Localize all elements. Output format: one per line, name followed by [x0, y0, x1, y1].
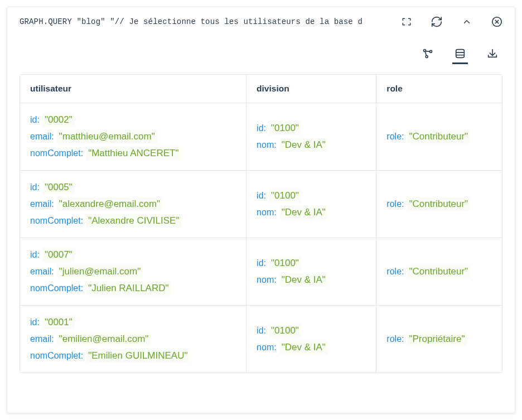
object-value: "Dev & IA" — [279, 206, 328, 219]
key-value-pair: email:"emilien@email.com" — [30, 332, 231, 346]
object-value: "Contributeur" — [407, 197, 470, 211]
object-key: email: — [30, 199, 54, 209]
object-key: id: — [30, 115, 40, 125]
object-value: "0100" — [269, 189, 301, 202]
results-table: utilisateur division role id:"0002"email… — [20, 74, 502, 373]
cell-division: id:"0100"nom:"Dev & IA" — [246, 103, 376, 171]
object-cell: role:"Propriétaire" — [386, 332, 492, 346]
key-value-pair: id:"0100" — [257, 122, 361, 135]
topbar: GRAPH.QUERY "blog" "// Je sélectionne to… — [7, 7, 515, 33]
topbar-actions — [400, 15, 505, 28]
key-value-pair: nomComplet:"Alexandre CIVILISE" — [30, 214, 231, 228]
key-value-pair: nomComplet:"Emilien GUILMINEAU" — [30, 349, 231, 363]
object-value: "Contributeur" — [407, 265, 470, 278]
view-toolbar — [7, 33, 515, 64]
object-key: id: — [30, 182, 40, 192]
object-value: "0100" — [269, 324, 301, 337]
column-header-role[interactable]: role — [376, 75, 502, 103]
object-key: email: — [30, 132, 54, 142]
key-value-pair: role:"Contributeur" — [386, 265, 470, 278]
object-key: id: — [257, 326, 266, 336]
cell-role: role:"Contributeur" — [376, 171, 502, 238]
cell-role: role:"Propriétaire" — [376, 306, 502, 373]
object-key: id: — [257, 191, 266, 201]
object-key: id: — [257, 258, 266, 268]
object-value: "Dev & IA" — [279, 341, 328, 354]
key-value-pair: id:"0100" — [257, 189, 361, 202]
key-value-pair: nom:"Dev & IA" — [257, 273, 361, 287]
table-row: id:"0007"email:"julien@email.com"nomComp… — [20, 238, 502, 306]
key-value-pair: email:"alexandre@email.com" — [30, 197, 231, 211]
object-key: email: — [30, 267, 54, 277]
table-row: id:"0001"email:"emilien@email.com"nomCom… — [20, 306, 502, 373]
object-value: "alexandre@email.com" — [57, 197, 162, 211]
object-key: id: — [30, 317, 40, 327]
object-value: "0007" — [42, 248, 75, 262]
object-key: nomComplet: — [30, 216, 83, 226]
key-value-pair: role:"Propriétaire" — [386, 332, 467, 346]
collapse-icon[interactable] — [460, 15, 473, 28]
svg-line-6 — [426, 51, 430, 51]
key-value-pair: role:"Contributeur" — [386, 130, 470, 143]
object-key: role: — [386, 334, 404, 344]
key-value-pair: id:"0100" — [257, 324, 361, 337]
table-view-icon[interactable] — [452, 44, 468, 64]
key-value-pair: role:"Contributeur" — [386, 197, 470, 211]
graph-view-icon[interactable] — [420, 44, 436, 64]
column-header-division[interactable]: division — [246, 75, 376, 103]
query-text: GRAPH.QUERY "blog" "// Je sélectionne to… — [17, 13, 395, 31]
object-key: id: — [30, 250, 40, 260]
table-row: id:"0005"email:"alexandre@email.com"nomC… — [20, 171, 502, 238]
results-content: utilisateur division role id:"0002"email… — [7, 64, 515, 413]
svg-rect-8 — [456, 49, 465, 57]
object-cell: role:"Contributeur" — [386, 130, 492, 143]
key-value-pair: nomComplet:"Matthieu ANCERET" — [30, 147, 231, 160]
refresh-icon[interactable] — [430, 15, 443, 28]
object-value: "Julien RAILLARD" — [86, 282, 171, 295]
object-value: "Dev & IA" — [279, 138, 328, 152]
column-header-utilisateur[interactable]: utilisateur — [20, 75, 246, 103]
object-cell: id:"0100"nom:"Dev & IA" — [257, 324, 366, 354]
object-key: nomComplet: — [30, 351, 83, 361]
object-key: nom: — [257, 207, 277, 218]
key-value-pair: id:"0001" — [30, 316, 231, 329]
object-value: "Emilien GUILMINEAU" — [86, 349, 190, 363]
key-value-pair: nom:"Dev & IA" — [257, 341, 361, 354]
download-icon[interactable] — [485, 44, 500, 64]
table-header: utilisateur division role — [20, 75, 502, 103]
query-results-panel: GRAPH.QUERY "blog" "// Je sélectionne to… — [7, 7, 515, 413]
cell-utilisateur: id:"0005"email:"alexandre@email.com"nomC… — [20, 171, 246, 238]
object-value: "0100" — [269, 122, 301, 135]
object-cell: role:"Contributeur" — [386, 197, 492, 211]
object-key: nomComplet: — [30, 148, 83, 158]
cell-division: id:"0100"nom:"Dev & IA" — [246, 306, 376, 373]
cell-utilisateur: id:"0002"email:"matthieu@email.com"nomCo… — [20, 103, 246, 171]
table-row: id:"0002"email:"matthieu@email.com"nomCo… — [20, 103, 502, 171]
key-value-pair: id:"0007" — [30, 248, 231, 262]
object-cell: id:"0100"nom:"Dev & IA" — [257, 189, 366, 219]
object-key: nomComplet: — [30, 283, 83, 293]
key-value-pair: id:"0100" — [257, 257, 361, 270]
object-value: "julien@email.com" — [57, 265, 143, 278]
object-key: nom: — [257, 140, 277, 150]
object-cell: id:"0001"email:"emilien@email.com"nomCom… — [30, 316, 236, 363]
object-key: nom: — [257, 275, 277, 285]
object-cell: id:"0100"nom:"Dev & IA" — [257, 257, 366, 287]
key-value-pair: id:"0005" — [30, 181, 231, 194]
fullscreen-icon[interactable] — [400, 15, 413, 28]
cell-role: role:"Contributeur" — [376, 103, 502, 171]
close-icon[interactable] — [490, 15, 504, 28]
svg-line-7 — [425, 51, 426, 55]
object-cell: id:"0100"nom:"Dev & IA" — [257, 122, 366, 152]
object-value: "Matthieu ANCERET" — [86, 147, 181, 160]
key-value-pair: nomComplet:"Julien RAILLARD" — [30, 282, 231, 295]
cell-role: role:"Contributeur" — [376, 238, 502, 306]
object-cell: id:"0007"email:"julien@email.com"nomComp… — [30, 248, 236, 295]
object-key: role: — [386, 132, 404, 142]
key-value-pair: id:"0002" — [30, 113, 231, 127]
object-value: "Dev & IA" — [279, 273, 328, 287]
cell-division: id:"0100"nom:"Dev & IA" — [246, 238, 376, 306]
key-value-pair: email:"matthieu@email.com" — [30, 130, 231, 143]
key-value-pair: email:"julien@email.com" — [30, 265, 231, 278]
object-value: "0005" — [42, 181, 75, 194]
